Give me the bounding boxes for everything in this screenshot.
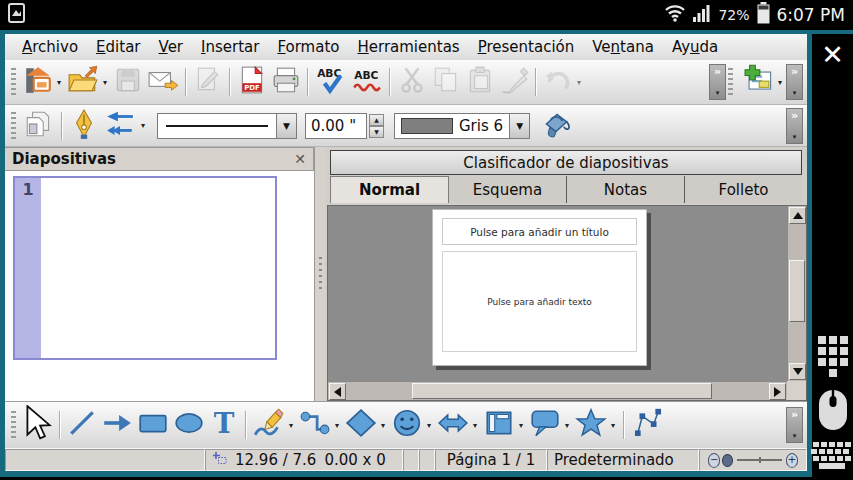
- new-presentation-button[interactable]: ▾: [21, 63, 65, 101]
- stars-button[interactable]: ▾: [573, 404, 619, 446]
- spin-up-icon[interactable]: ▲: [369, 114, 384, 126]
- scroll-down-button[interactable]: [789, 363, 806, 380]
- basic-shapes-button[interactable]: ▾: [343, 404, 389, 446]
- horizontal-scroll-thumb[interactable]: [412, 383, 712, 399]
- scroll-up-button[interactable]: [789, 207, 806, 224]
- edit-points-button[interactable]: [629, 404, 667, 446]
- chevron-down-icon[interactable]: ▾: [609, 421, 617, 430]
- save-button: [111, 63, 145, 101]
- zoom-slider-handle[interactable]: [722, 454, 733, 467]
- chevron-down-icon[interactable]: ▾: [333, 421, 341, 430]
- combo-arrow-icon[interactable]: ▼: [276, 114, 296, 138]
- text-tool-button[interactable]: T: [207, 404, 241, 446]
- zoom-out-button[interactable]: −: [708, 453, 720, 468]
- mouse-icon[interactable]: [815, 388, 851, 436]
- star-icon: [575, 408, 607, 442]
- send-email-button[interactable]: [145, 63, 181, 101]
- chevron-down-icon[interactable]: ▾: [776, 78, 784, 87]
- menu-ayuda[interactable]: Ayuda: [663, 36, 727, 58]
- slide-workspace[interactable]: Pulse para añadir un título Pulse para a…: [327, 205, 807, 401]
- area-style-button[interactable]: [538, 107, 574, 145]
- color-name: Gris 6: [459, 117, 503, 135]
- toolbar-overflow-button[interactable]: » ▾: [709, 64, 726, 100]
- keyboard-icon[interactable]: [811, 442, 853, 478]
- chevron-down-icon[interactable]: ▾: [379, 421, 387, 430]
- line-style-select[interactable]: ▼: [157, 113, 297, 139]
- menu-ver[interactable]: Ver: [150, 36, 193, 58]
- chevron-down-icon[interactable]: ▾: [563, 421, 571, 430]
- new-slide-button[interactable]: ▾: [738, 63, 786, 101]
- spin-down-icon[interactable]: ▼: [369, 126, 384, 138]
- chevron-down-icon[interactable]: ▾: [101, 78, 109, 87]
- spellcheck-button[interactable]: ABC: [313, 63, 349, 101]
- zoom-slider-track[interactable]: [737, 459, 782, 461]
- numpad-icon[interactable]: [818, 336, 848, 382]
- line-width-input[interactable]: 0.00 ": [305, 113, 367, 139]
- tab-esquema[interactable]: Esquema: [449, 176, 567, 203]
- select-tool-button[interactable]: [21, 404, 55, 446]
- open-button[interactable]: ▾: [65, 63, 111, 101]
- status-template[interactable]: Predeterminado: [547, 449, 699, 471]
- arrow-ends-icon: [103, 109, 137, 143]
- menu-presentacion[interactable]: Presentación: [469, 36, 584, 58]
- horizontal-scrollbar[interactable]: [328, 381, 787, 400]
- toolbar-grip[interactable]: [11, 411, 16, 439]
- scroll-right-button[interactable]: [769, 383, 786, 400]
- slide-canvas[interactable]: Pulse para añadir un título Pulse para a…: [432, 209, 647, 366]
- vertical-scroll-thumb[interactable]: [789, 260, 805, 322]
- chevron-down-icon[interactable]: ▾: [517, 421, 525, 430]
- curve-tool-button[interactable]: ▾: [251, 404, 297, 446]
- toolbar-grip[interactable]: [11, 112, 16, 140]
- menu-insertar[interactable]: Insertar: [192, 36, 268, 58]
- combo-arrow-icon[interactable]: ▼: [509, 114, 529, 138]
- window-close-button[interactable]: ✕: [812, 34, 853, 74]
- chevron-down-icon[interactable]: ▾: [287, 421, 295, 430]
- rectangle-tool-button[interactable]: [135, 404, 171, 446]
- title-placeholder[interactable]: Pulse para añadir un título: [442, 218, 637, 245]
- block-arrows-button[interactable]: ▾: [435, 404, 481, 446]
- menu-editar[interactable]: Editar: [87, 36, 149, 58]
- body-placeholder[interactable]: Pulse para añadir texto: [442, 251, 637, 352]
- wifi-icon: [664, 3, 686, 27]
- toolbar-grip[interactable]: [11, 68, 16, 96]
- toolbar-overflow-button[interactable]: » ▾: [786, 108, 803, 144]
- chevron-down-icon[interactable]: ▾: [139, 121, 147, 130]
- symbol-shapes-button[interactable]: ▾: [389, 404, 435, 446]
- arrow-style-button[interactable]: ▾: [101, 107, 149, 145]
- close-icon[interactable]: ✕: [294, 152, 306, 166]
- panel-splitter[interactable]: [315, 147, 325, 401]
- menu-archivo[interactable]: Archivo: [13, 36, 87, 58]
- android-side-controls: [812, 74, 853, 480]
- line-tool-button[interactable]: [65, 404, 99, 446]
- menu-ventana[interactable]: Ventana: [583, 36, 663, 58]
- export-pdf-button[interactable]: PDF: [235, 63, 269, 101]
- line-color-select[interactable]: Gris 6 ▼: [394, 113, 530, 139]
- styles-button[interactable]: [21, 107, 57, 145]
- callouts-button[interactable]: ▾: [527, 404, 573, 446]
- toolbar-overflow-button[interactable]: » ▾: [786, 407, 803, 443]
- chevron-down-icon[interactable]: ▾: [425, 421, 433, 430]
- chevron-down-icon[interactable]: ▾: [55, 78, 63, 87]
- ellipse-tool-button[interactable]: [171, 404, 207, 446]
- scroll-left-button[interactable]: [329, 383, 346, 400]
- separator: [535, 68, 537, 96]
- tab-notas[interactable]: Notas: [567, 176, 685, 203]
- position-icon: [212, 451, 227, 469]
- zoom-in-button[interactable]: +: [786, 453, 798, 468]
- connector-tool-button[interactable]: ▾: [297, 404, 343, 446]
- vertical-scrollbar[interactable]: [787, 206, 806, 381]
- print-button[interactable]: [269, 63, 303, 101]
- line-button[interactable]: [67, 107, 101, 145]
- slide-sorter-header[interactable]: Clasificador de diapositivas: [330, 150, 802, 175]
- toolbar-overflow-button[interactable]: » ▾: [786, 64, 803, 100]
- flowchart-button[interactable]: ▾: [481, 404, 527, 446]
- autospellcheck-button[interactable]: ABC: [349, 63, 385, 101]
- arrow-tool-button[interactable]: [99, 404, 135, 446]
- tab-normal[interactable]: Normal: [330, 176, 449, 203]
- tab-folleto[interactable]: Folleto: [685, 176, 802, 203]
- slide-thumbnail[interactable]: 1: [13, 176, 277, 360]
- chevron-down-icon[interactable]: ▾: [471, 421, 479, 430]
- menu-formato[interactable]: Formato: [268, 36, 348, 58]
- toolbar-grip[interactable]: [728, 68, 733, 96]
- menu-herramientas[interactable]: Herramientas: [348, 36, 468, 58]
